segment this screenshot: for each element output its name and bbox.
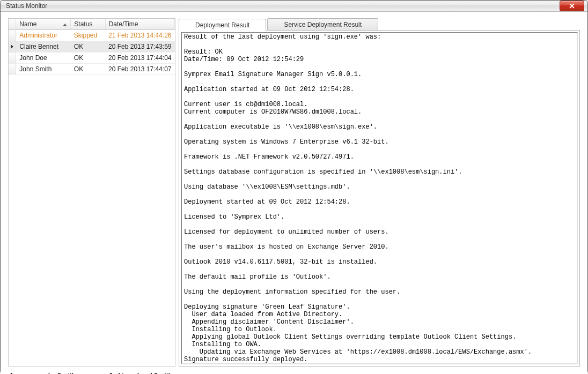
close-icon	[569, 3, 575, 9]
grid-col-datetime[interactable]: Date/Time	[105, 19, 174, 30]
grid-col-name[interactable]: Name	[16, 19, 71, 30]
table-row[interactable]: AdministratorSkipped21 Feb 2013 14:44:26	[9, 30, 175, 41]
titlebar: Status Monitor	[1, 1, 587, 12]
grid-header-row: Name Status Date/Time	[9, 19, 175, 30]
window-title: Status Monitor	[6, 2, 560, 10]
table-row[interactable]: Claire BennetOK20 Feb 2013 17:43:59	[9, 41, 175, 53]
tab-service-deployment-result-label: Service Deployment Result	[284, 21, 362, 28]
cell-status: OK	[71, 41, 105, 53]
tab-deployment-result-label: Deployment Result	[195, 21, 249, 29]
window-close-button[interactable]	[560, 1, 584, 11]
cell-name: Claire Bennet	[16, 41, 71, 53]
main-area: Name Status Date/Time AdministratorSkipp…	[8, 18, 580, 366]
cell-datetime: 20 Feb 2013 17:43:59	[105, 41, 174, 53]
cell-name: John Smith	[16, 64, 71, 75]
cell-datetime: 21 Feb 2013 14:44:26	[105, 30, 174, 41]
table-row[interactable]: John SmithOK20 Feb 2013 17:44:07	[9, 64, 175, 75]
detail-panel: Deployment Result Service Deployment Res…	[179, 18, 580, 366]
table-row[interactable]: John DoeOK20 Feb 2013 17:44:04	[9, 53, 175, 64]
tabstrip: Deployment Result Service Deployment Res…	[179, 18, 580, 30]
cell-name: Administrator	[16, 30, 71, 41]
cell-status: Skipped	[71, 30, 105, 41]
sort-ascending-icon	[63, 20, 67, 28]
grid-col-name-label: Name	[19, 20, 36, 28]
client-area: Name Status Date/Time AdministratorSkipp…	[1, 12, 587, 374]
tab-body: Result of the last deployment using 'sig…	[179, 30, 580, 366]
cell-datetime: 20 Feb 2013 17:44:07	[105, 64, 174, 75]
row-indicator	[9, 64, 16, 75]
grid-rowheader-col	[9, 19, 16, 30]
log-scroll[interactable]: Result of the last deployment using 'sig…	[181, 32, 578, 364]
deployment-log: Result of the last deployment using 'sig…	[182, 33, 577, 363]
cell-name: John Doe	[16, 53, 71, 64]
cell-status: OK	[71, 53, 105, 64]
window: Status Monitor Name	[0, 0, 588, 374]
tab-service-deployment-result[interactable]: Service Deployment Result	[267, 18, 378, 30]
grid-col-status-label: Status	[74, 20, 92, 28]
cell-datetime: 20 Feb 2013 17:44:04	[105, 53, 174, 64]
tab-deployment-result[interactable]: Deployment Result	[179, 19, 266, 31]
status-summary: 4 user records; 3 with no errors, 1 skip…	[8, 366, 580, 374]
row-indicator	[9, 30, 16, 41]
grid-col-status[interactable]: Status	[71, 19, 105, 30]
current-row-icon	[11, 44, 13, 49]
cell-status: OK	[71, 64, 105, 75]
row-indicator	[9, 53, 16, 64]
row-indicator	[9, 41, 16, 53]
users-grid[interactable]: Name Status Date/Time AdministratorSkipp…	[8, 18, 175, 366]
grid-col-datetime-label: Date/Time	[109, 20, 138, 28]
